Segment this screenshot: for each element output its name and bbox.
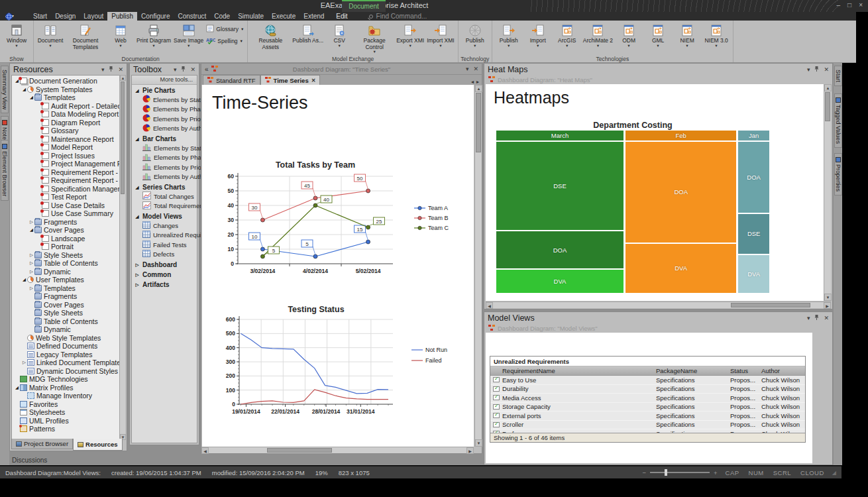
tree-item[interactable]: Use Case Summary [12, 209, 125, 218]
table-row[interactable]: Storage CapacitySpecificationsPropos...C… [490, 403, 805, 412]
ribbon-tab-simulate[interactable]: Simulate [234, 12, 268, 21]
tree-item[interactable]: Project Management Report [12, 160, 125, 168]
table-column-header[interactable]: Status [730, 367, 761, 374]
zoom-out-icon[interactable]: − [642, 469, 646, 476]
odm-button[interactable]: ODM▼ [614, 22, 643, 48]
treemap-cell[interactable]: DSE [738, 214, 769, 254]
toolbox-item[interactable]: Failed Tests [132, 240, 197, 250]
edge-tab-properties[interactable]: Properties [834, 153, 842, 195]
tree-item[interactable]: Maintenance Report [12, 135, 125, 144]
archimate-2-button[interactable]: ArchiMate 2▼ [582, 22, 614, 48]
tree-item[interactable]: Stylesheets [12, 408, 125, 417]
treemap-cell[interactable]: DOA [738, 142, 769, 213]
requirement-checkbox-icon[interactable] [490, 413, 502, 418]
table-row[interactable]: DurabilitySpecificationsPropos...Chuck W… [490, 385, 805, 394]
close-icon[interactable]: ✕ [824, 66, 829, 73]
table-column-header[interactable]: PackageName [656, 367, 730, 374]
tree-item[interactable]: MDG Technologies [12, 375, 125, 384]
tree-item[interactable]: Diagram Report [12, 119, 125, 127]
tree-item[interactable]: Portrait [12, 243, 125, 251]
tree-item[interactable]: Data Modeling Report [12, 110, 125, 119]
pin-icon[interactable] [181, 66, 186, 73]
heatmaps-vscrollbar[interactable]: ▲ ▼ [824, 84, 831, 301]
tree-item[interactable]: Patterns [12, 425, 125, 433]
zoom-slider[interactable]: − + [642, 469, 717, 476]
document-vscrollbar[interactable]: ▲ ▼ [474, 85, 482, 447]
requirement-checkbox-icon[interactable] [490, 404, 502, 410]
discussions-label[interactable]: Discussions [12, 457, 47, 464]
web-button[interactable]: Web▼ [106, 22, 135, 48]
table-row[interactable]: External portsSpecificationsPropos...Chu… [490, 412, 805, 421]
publish-as--button[interactable]: Publish As... [291, 22, 325, 45]
toolbox-item[interactable]: Elements by Phase [132, 105, 197, 115]
collapse-icon[interactable]: « [205, 66, 209, 73]
tree-item[interactable]: Requirement Report - Summa [12, 176, 125, 185]
import-xmi-button[interactable]: Import XMI▼ [425, 22, 456, 48]
app-logo-icon[interactable]: ▾ [5, 13, 14, 21]
panel-menu-icon[interactable]: ▾ [466, 66, 469, 72]
close-icon[interactable]: ✕ [473, 66, 478, 72]
edge-tab-start[interactable]: Start [834, 66, 842, 86]
ribbon-tab-execute[interactable]: Execute [268, 12, 299, 21]
pin-icon[interactable] [814, 66, 819, 73]
toolbox-item[interactable]: Total Requirements [132, 201, 197, 211]
requirement-checkbox-icon[interactable] [490, 422, 502, 427]
tree-item[interactable]: ▷Linked Document Templates [12, 359, 125, 367]
panel-menu-icon[interactable]: ▾ [807, 315, 810, 321]
toolbox-item[interactable]: Total Changes [132, 192, 197, 201]
ribbon-tab-code[interactable]: Code [210, 12, 234, 21]
tree-item[interactable]: ◢User Templates [12, 276, 125, 284]
tab-scroll-right-icon[interactable]: ▸ [476, 79, 479, 85]
tree-item[interactable]: Audit Report - Detailed [12, 102, 125, 111]
window-button[interactable]: Window▼ [2, 22, 31, 48]
document-tab-time-series[interactable]: Time Series✕ [260, 75, 321, 85]
table-row[interactable]: Media AccessSpecificationsPropos...Chuck… [490, 394, 805, 403]
tree-collapsed-icon[interactable]: ▷ [28, 286, 34, 291]
toolbox-section-series-charts[interactable]: ◢Series Charts [132, 182, 197, 192]
treemap-cell[interactable]: DOA [625, 142, 736, 243]
tree-collapsed-icon[interactable]: ▷ [28, 269, 34, 274]
tree-item[interactable]: Legacy Templates [12, 351, 125, 359]
tree-item[interactable]: ◢Matrix Profiles [12, 384, 125, 392]
tree-item[interactable]: Dynamic Document Styles [12, 367, 125, 376]
table-row[interactable]: Easy to UseSpecificationsPropos...Chuck … [490, 376, 805, 385]
tree-item[interactable]: ▷Table of Contents [12, 259, 125, 268]
toolbox-item[interactable]: Elements by Status [132, 95, 197, 105]
tree-item[interactable]: Use Case Details [12, 201, 125, 210]
spelling-button[interactable]: ABCSpelling▼ [206, 36, 244, 46]
close-button[interactable]: × [859, 1, 863, 9]
tree-item[interactable]: Web Style Templates [12, 334, 125, 343]
table-column-header[interactable]: RequirementName [502, 367, 656, 374]
treemap-cell[interactable]: DVA [496, 270, 624, 293]
treemap-cell[interactable]: DVA [625, 244, 736, 293]
document-templates-button[interactable]: Document Templates [65, 22, 106, 51]
tree-expanded-icon[interactable]: ◢ [14, 385, 20, 390]
tree-collapsed-icon[interactable]: ▷ [21, 360, 27, 365]
pin-icon[interactable] [109, 66, 113, 73]
tree-item[interactable]: ▷Templates [12, 284, 125, 293]
toolbox-section-artifacts[interactable]: ▷Artifacts [132, 279, 197, 289]
csv-button[interactable]: CSV▼ [325, 22, 354, 48]
toolbox-item[interactable]: Elements by Phase [132, 153, 197, 163]
tree-item[interactable]: Model Report [12, 143, 125, 152]
gml-button[interactable]: GML▼ [643, 22, 673, 48]
toolbox-item[interactable]: Defects [132, 250, 197, 260]
close-icon[interactable]: ✕ [190, 66, 195, 73]
toolbox-section-pie-charts[interactable]: ◢Pie Charts [132, 85, 197, 95]
tree-item[interactable]: ◢Document Generation [12, 77, 125, 85]
status-toggle-scrl[interactable]: SCRL [773, 469, 791, 476]
tree-item[interactable]: Fragments [12, 292, 125, 301]
tree-item[interactable]: Dynamic [12, 325, 125, 334]
tab-close-icon[interactable]: ✕ [311, 78, 316, 83]
status-toggle-num[interactable]: NUM [749, 469, 764, 476]
edge-tab-element-browser[interactable]: Element Browser [1, 140, 9, 201]
requirement-checkbox-icon[interactable] [490, 386, 502, 392]
tree-item[interactable]: Cover Pages [12, 301, 125, 309]
toolbox-item[interactable]: Elements by Author [132, 124, 197, 134]
panel-menu-icon[interactable]: ▾ [807, 66, 810, 73]
tree-expanded-icon[interactable]: ◢ [21, 87, 27, 92]
edge-tab-tagged-values[interactable]: Tagged Values [834, 93, 842, 148]
panel-menu-icon[interactable]: ▾ [174, 66, 177, 73]
tree-item[interactable]: Glossary [12, 127, 125, 135]
tree-item[interactable]: Favorites [12, 400, 125, 409]
